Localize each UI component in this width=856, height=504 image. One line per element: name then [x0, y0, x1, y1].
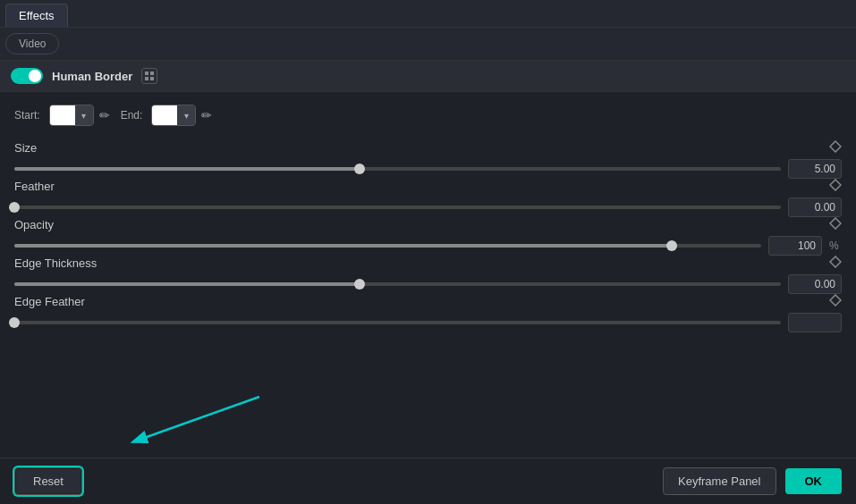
slider-value-input-size[interactable] — [788, 159, 842, 179]
start-eyedropper-btn[interactable]: ✏ — [97, 106, 112, 124]
slider-section-feather: Feather — [14, 179, 842, 217]
slider-fill-opacity — [14, 244, 672, 248]
slider-value-input-feather[interactable] — [788, 197, 842, 217]
slider-row-edge-feather — [14, 313, 842, 332]
svg-line-10 — [134, 397, 259, 441]
slider-section-opacity: Opacity% — [14, 217, 842, 256]
main-tab-bar: Effects — [0, 0, 856, 28]
svg-rect-3 — [150, 77, 154, 80]
bottom-right: Keyframe Panel OK — [663, 467, 842, 495]
secondary-tab-bar: Video — [0, 28, 856, 61]
slider-value-input-edge-thickness[interactable] — [788, 274, 842, 294]
slider-value-input-edge-feather[interactable] — [788, 313, 842, 332]
slider-header-edge-thickness: Edge Thickness — [14, 256, 842, 271]
slider-thumb-opacity[interactable] — [666, 240, 677, 251]
slider-header-edge-feather: Edge Feather — [14, 294, 842, 309]
slider-thumb-feather[interactable] — [9, 202, 20, 213]
slider-header-feather: Feather — [14, 179, 842, 194]
svg-marker-5 — [830, 180, 841, 190]
grid-icon[interactable] — [141, 68, 157, 84]
end-color-group: ▾ ✏ — [151, 105, 214, 126]
slider-label-edge-thickness: Edge Thickness — [14, 256, 97, 270]
slider-track-opacity[interactable] — [14, 244, 761, 248]
slider-section-edge-thickness: Edge Thickness — [14, 256, 842, 294]
slider-label-size: Size — [14, 141, 37, 155]
slider-label-feather: Feather — [14, 180, 55, 193]
section-title: Human Border — [52, 70, 132, 83]
slider-fill-size — [14, 167, 360, 171]
start-color-dropdown[interactable]: ▾ — [75, 105, 93, 125]
slider-header-size: Size — [14, 140, 842, 155]
slider-section-edge-feather: Edge Feather — [14, 294, 842, 332]
slider-track-size[interactable] — [14, 167, 781, 171]
end-eyedropper-btn[interactable]: ✏ — [199, 106, 214, 124]
svg-marker-7 — [830, 256, 841, 267]
slider-fill-edge-thickness — [14, 282, 360, 286]
slider-header-opacity: Opacity — [14, 217, 842, 232]
start-color-swatch-btn[interactable]: ▾ — [49, 105, 94, 126]
keyframe-panel-button[interactable]: Keyframe Panel — [663, 467, 776, 495]
end-color-swatch-btn[interactable]: ▾ — [151, 105, 196, 126]
slider-row-feather — [14, 197, 842, 217]
svg-rect-0 — [145, 71, 148, 75]
slider-row-size — [14, 159, 842, 179]
tab-effects[interactable]: Effects — [5, 4, 68, 27]
ok-button[interactable]: OK — [785, 468, 843, 494]
diamond-icon-feather[interactable] — [829, 179, 842, 194]
slider-thumb-edge-thickness[interactable] — [354, 279, 365, 290]
diamond-icon-opacity[interactable] — [829, 217, 842, 232]
start-color-swatch — [50, 105, 75, 125]
svg-rect-2 — [145, 77, 148, 80]
diamond-icon-edge-thickness[interactable] — [829, 256, 842, 271]
human-border-toggle[interactable] — [11, 68, 43, 84]
slider-row-edge-thickness — [14, 274, 842, 294]
diamond-icon-size[interactable] — [829, 140, 842, 155]
start-label: Start: — [14, 109, 40, 122]
start-color-group: ▾ ✏ — [49, 105, 112, 126]
svg-rect-1 — [150, 71, 154, 75]
section-header: Human Border — [0, 61, 856, 92]
end-color-swatch — [152, 105, 177, 125]
svg-marker-4 — [830, 141, 841, 152]
svg-marker-8 — [830, 295, 841, 306]
slider-thumb-size[interactable] — [354, 164, 365, 174]
main-content: Start: ▾ ✏ End: ▾ ✏ SizeFeatherOpacity%E… — [0, 92, 856, 345]
slider-label-opacity: Opacity — [14, 218, 54, 231]
slider-section-size: Size — [14, 140, 842, 179]
slider-thumb-edge-feather[interactable] — [9, 317, 20, 328]
slider-value-input-opacity[interactable] — [768, 236, 822, 256]
slider-unit-opacity: % — [829, 239, 842, 252]
slider-track-feather[interactable] — [14, 206, 781, 209]
sliders-container: SizeFeatherOpacity%Edge ThicknessEdge Fe… — [14, 140, 842, 332]
diamond-icon-edge-feather[interactable] — [829, 294, 842, 309]
slider-track-edge-feather[interactable] — [14, 321, 781, 324]
tab-video[interactable]: Video — [5, 33, 59, 55]
end-color-dropdown[interactable]: ▾ — [177, 105, 195, 125]
end-label: End: — [121, 109, 143, 122]
reset-button[interactable]: Reset — [14, 467, 82, 495]
bottom-bar: Reset Keyframe Panel OK — [0, 458, 856, 504]
svg-marker-6 — [830, 218, 841, 229]
color-row: Start: ▾ ✏ End: ▾ ✏ — [14, 105, 842, 126]
slider-track-edge-thickness[interactable] — [14, 282, 781, 286]
slider-row-opacity: % — [14, 236, 842, 256]
slider-label-edge-feather: Edge Feather — [14, 295, 85, 308]
